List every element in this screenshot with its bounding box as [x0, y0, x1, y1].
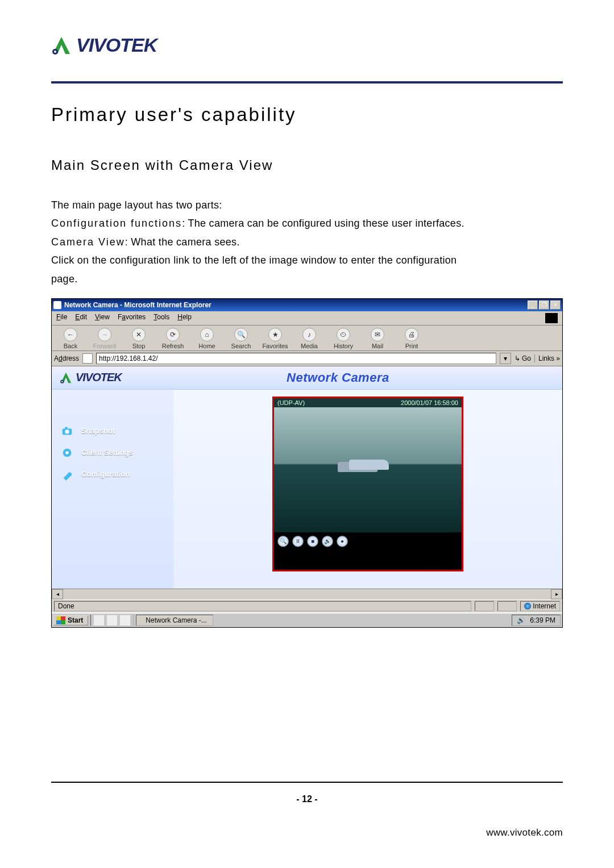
camera-controls: 🔍 ⏸ ■ 🔊 ● — [274, 532, 462, 550]
svg-point-3 — [61, 381, 63, 382]
svg-point-5 — [65, 429, 69, 433]
app-brand-text: VIVOTEK — [76, 371, 122, 384]
scroll-left-icon[interactable]: ◂ — [52, 589, 63, 599]
window-title: Network Camera - Microsoft Internet Expl… — [64, 301, 528, 309]
page-number: - 12 - — [0, 794, 614, 804]
search-button[interactable]: 🔍Search — [226, 328, 256, 349]
sidebar-item-snapshot[interactable]: Snapshot — [59, 420, 167, 442]
app-title: Network Camera — [122, 370, 554, 385]
footer-rule — [51, 782, 563, 783]
tray-time: 6:39 PM — [530, 616, 555, 624]
body-text: The main page layout has two parts: Conf… — [51, 196, 563, 288]
start-button[interactable]: Start — [53, 615, 88, 625]
svg-point-1 — [54, 51, 56, 53]
page-title: Primary user's capability — [51, 104, 563, 126]
minimize-button[interactable]: _ — [528, 301, 538, 310]
sidebar-item-configuration[interactable]: Configuration — [59, 464, 167, 485]
record-icon[interactable]: ● — [337, 536, 348, 547]
sidebar-item-client-settings[interactable]: Client Settings — [59, 442, 167, 464]
zoom-icon[interactable]: 🔍 — [277, 536, 289, 547]
taskbar: Start Network Camera -... 🔊 6:39 PM — [52, 612, 562, 627]
menu-edit[interactable]: Edit — [75, 313, 87, 323]
brand-wordmark: VIVOTEK — [76, 34, 157, 56]
menu-help[interactable]: Help — [177, 313, 192, 323]
mail-button[interactable]: ✉Mail — [362, 328, 393, 349]
cam-timestamp: 2000/01/07 16:58:00 — [401, 399, 458, 406]
kw-view: Camera View — [51, 236, 125, 248]
print-button[interactable]: 🖨Print — [396, 328, 427, 349]
ie-app-icon: e — [53, 301, 61, 309]
brand-logo: VIVOTEK — [51, 34, 563, 56]
camera-viewer: (UDP-AV) 2000/01/07 16:58:00 🔍 ⏸ ■ 🔊 ● — [173, 390, 562, 589]
svg-point-8 — [65, 451, 69, 454]
media-button[interactable]: ♪Media — [294, 328, 325, 349]
windows-flag-icon — [56, 616, 65, 624]
scroll-right-icon[interactable]: ▸ — [551, 589, 562, 599]
favorites-button[interactable]: ★Favorites — [260, 328, 291, 349]
ql-desktop-icon[interactable] — [93, 615, 105, 626]
stop-button[interactable]: ✕Stop — [123, 328, 154, 349]
ql-outlook-icon[interactable] — [119, 615, 131, 626]
app-banner: VIVOTEK Network Camera — [52, 366, 562, 390]
status-zone: Internet — [520, 601, 560, 611]
svg-rect-6 — [65, 427, 68, 429]
ie-throbber-icon — [545, 313, 558, 323]
forward-button[interactable]: →Forward — [89, 328, 120, 349]
kw-config: Configuration functions — [51, 218, 182, 229]
globe-icon — [524, 603, 531, 610]
brand-mark-icon — [51, 35, 72, 56]
address-bar: Address ▾ ↳Go Links » — [52, 351, 562, 366]
page-content: VIVOTEK Network Camera Snapshot Client S… — [52, 366, 562, 599]
menubar: File Edit View Favorites Tools Help — [52, 311, 562, 326]
menu-view[interactable]: View — [95, 313, 110, 323]
camera-image — [274, 407, 462, 532]
gear-icon — [61, 446, 73, 459]
titlebar: e Network Camera - Microsoft Internet Ex… — [52, 299, 562, 311]
page-icon — [82, 353, 93, 364]
ie-window: e Network Camera - Microsoft Internet Ex… — [51, 298, 563, 628]
status-text: Done — [58, 602, 74, 610]
camera-frame: (UDP-AV) 2000/01/07 16:58:00 🔍 ⏸ ■ 🔊 ● — [272, 397, 463, 571]
tray-icon[interactable]: 🔊 — [517, 616, 525, 624]
close-button[interactable]: × — [550, 301, 561, 310]
address-input[interactable] — [96, 353, 496, 364]
intro-line: The main page layout has two parts: — [51, 196, 563, 214]
system-tray: 🔊 6:39 PM — [512, 615, 561, 626]
maximize-button[interactable]: ❐ — [539, 301, 549, 310]
status-bar: Done Internet — [52, 599, 562, 612]
footer-url: www.vivotek.com — [486, 827, 563, 838]
cam-protocol: (UDP-AV) — [277, 399, 305, 406]
more-line-1: Click on the configuration link to the l… — [51, 251, 563, 269]
history-button[interactable]: ⏲History — [328, 328, 359, 349]
audio-icon[interactable]: 🔊 — [322, 536, 333, 547]
menu-favorites[interactable]: Favorites — [118, 313, 146, 323]
more-line-2: page. — [51, 270, 563, 288]
links-button[interactable]: Links » — [534, 354, 560, 362]
quick-launch — [90, 615, 134, 626]
address-dropdown[interactable]: ▾ — [500, 353, 511, 364]
wrench-icon — [61, 468, 73, 481]
app-brand: VIVOTEK — [60, 371, 122, 384]
ql-ie-icon[interactable] — [106, 615, 118, 626]
back-button[interactable]: ←Back — [55, 328, 86, 349]
address-label: Address — [54, 354, 79, 362]
menu-file[interactable]: File — [56, 313, 67, 323]
app-brand-mark-icon — [60, 372, 72, 384]
toolbar: ←Back →Forward ✕Stop ⟳Refresh ⌂Home 🔍Sea… — [52, 326, 562, 351]
header-rule — [51, 81, 563, 84]
section-title: Main Screen with Camera View — [51, 157, 563, 173]
camera-icon — [61, 425, 73, 437]
task-button[interactable]: Network Camera -... — [136, 615, 213, 626]
h-scrollbar[interactable]: ◂ ▸ — [52, 589, 562, 599]
menu-tools[interactable]: Tools — [154, 313, 169, 323]
home-button[interactable]: ⌂Home — [192, 328, 222, 349]
sidebar: Snapshot Client Settings Configuration — [52, 390, 173, 589]
stop-icon[interactable]: ■ — [307, 536, 318, 547]
go-button[interactable]: ↳Go — [515, 354, 531, 362]
screenshot: e Network Camera - Microsoft Internet Ex… — [51, 298, 563, 628]
pause-icon[interactable]: ⏸ — [292, 536, 304, 547]
refresh-button[interactable]: ⟳Refresh — [157, 328, 188, 349]
